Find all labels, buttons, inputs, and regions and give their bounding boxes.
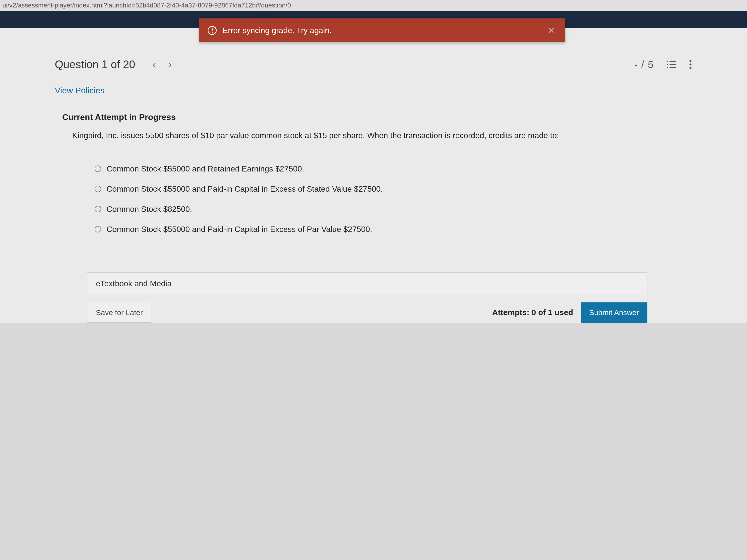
error-toast: ! Error syncing grade. Try again. ✕ [199, 19, 565, 42]
next-question-icon[interactable]: › [168, 59, 172, 70]
score-display: - / 5 [634, 59, 654, 70]
svg-rect-3 [670, 64, 676, 65]
svg-point-6 [690, 60, 692, 62]
attempts-counter: Attempts: 0 of 1 used [492, 308, 573, 317]
option-label: Common Stock $55000 and Retained Earning… [107, 164, 304, 174]
radio-icon [95, 206, 101, 212]
question-counter: Question 1 of 20 [55, 58, 135, 71]
radio-icon [95, 165, 101, 172]
answer-options: Common Stock $55000 and Retained Earning… [72, 164, 692, 234]
footer-row: Save for Later Attempts: 0 of 1 used Sub… [87, 302, 647, 323]
etextbook-media-button[interactable]: eTextbook and Media [87, 272, 647, 295]
answer-option[interactable]: Common Stock $82500. [95, 205, 692, 214]
app-top-band: ! Error syncing grade. Try again. ✕ [0, 11, 747, 28]
alert-icon: ! [208, 26, 216, 35]
answer-option[interactable]: Common Stock $55000 and Paid-in Capital … [95, 184, 692, 194]
close-icon[interactable]: ✕ [546, 25, 557, 35]
error-message: Error syncing grade. Try again. [223, 26, 332, 35]
svg-point-8 [690, 67, 692, 69]
option-label: Common Stock $55000 and Paid-in Capital … [107, 225, 372, 234]
attempt-heading: Current Attempt in Progress [55, 108, 692, 129]
question-nav-arrows: ‹ › [153, 59, 172, 70]
svg-point-2 [667, 64, 668, 65]
prev-question-icon[interactable]: ‹ [153, 59, 156, 70]
answer-option[interactable]: Common Stock $55000 and Paid-in Capital … [95, 225, 692, 234]
svg-rect-5 [670, 67, 676, 68]
question-body: Kingbird, Inc. issues 5500 shares of $10… [55, 129, 692, 257]
submit-answer-button[interactable]: Submit Answer [581, 302, 647, 323]
svg-point-7 [690, 63, 692, 65]
more-options-icon[interactable] [689, 59, 692, 70]
radio-icon [95, 186, 101, 192]
option-label: Common Stock $55000 and Paid-in Capital … [107, 184, 383, 194]
save-for-later-button[interactable]: Save for Later [87, 303, 151, 323]
svg-point-4 [667, 67, 668, 68]
question-text: Kingbird, Inc. issues 5500 shares of $10… [72, 129, 665, 142]
svg-point-0 [667, 61, 668, 62]
page-wrap: Question 1 of 20 ‹ › - / 5 [0, 28, 747, 323]
content-container: Question 1 of 20 ‹ › - / 5 [55, 28, 692, 323]
radio-icon [95, 226, 101, 233]
question-list-icon[interactable] [666, 60, 676, 69]
header-right-tools: - / 5 [634, 59, 692, 70]
svg-rect-1 [670, 61, 676, 62]
view-policies-link[interactable]: View Policies [55, 78, 105, 108]
option-label: Common Stock $82500. [107, 205, 192, 214]
browser-url-bar: ui/v2/assessment-player/index.html?launc… [0, 0, 747, 11]
answer-option[interactable]: Common Stock $55000 and Retained Earning… [95, 164, 692, 174]
